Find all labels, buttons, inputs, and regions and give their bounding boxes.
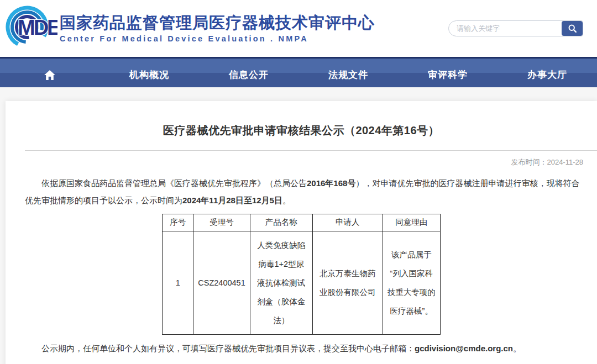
col-header-no: 序号 <box>163 214 193 231</box>
title-divider <box>25 150 597 151</box>
col-header-product-name: 产品名称 <box>250 214 312 231</box>
col-header-applicant: 申请人 <box>312 214 383 231</box>
svg-text:MDE: MDE <box>18 16 57 39</box>
cell-applicant: 北京万泰生物药业股份有限公司 <box>312 231 383 334</box>
site-subtitle: Center For Medical Device Evaluation . N… <box>60 34 375 43</box>
cmde-logo: MDE <box>4 4 57 52</box>
table-row: 1 CSZ2400451 人类免疫缺陷病毒1+2型尿液抗体检测试剂盒（胶体金法）… <box>163 231 440 334</box>
notice-paragraph: 依据原国家食品药品监督管理总局《医疗器械优先审批程序》（总局公告2016年168… <box>19 175 583 209</box>
closing-paragraph: 公示期内，任何单位和个人如有异议，可填写医疗器械优先审批项目异议表，提交至我中心… <box>19 340 583 357</box>
publish-time: 发布时间：2024-11-28 <box>19 157 583 167</box>
cell-approval-reason: 该产品属于“列入国家科技重大专项的医疗器械”。 <box>383 231 440 334</box>
home-icon <box>44 70 56 81</box>
para2-seg: 。 <box>513 344 521 353</box>
publish-time-label: 发布时间： <box>511 158 547 166</box>
site-header: MDE 国家药品监督管理局医疗器械技术审评中心 Center For Medic… <box>0 0 597 57</box>
para2-seg: 公示期内，任何单位和个人如有异议，可填写医疗器械优先审批项目异议表，提交至我中心… <box>41 344 415 353</box>
col-header-acceptance-no: 受理号 <box>193 214 250 231</box>
site-brand: 国家药品监督管理局医疗器械技术审评中心 Center For Medical D… <box>60 14 375 43</box>
contact-email: gcdivision@cmde.org.cn <box>415 344 513 353</box>
main-nav: 机构概况 信息公开 法规文件 审评科学 办事大厅 <box>0 57 597 87</box>
cell-acceptance-no: CSZ2400451 <box>193 231 250 334</box>
para1-announcement-no: 2016年168号 <box>307 178 355 188</box>
search-box <box>448 20 583 36</box>
para1-publicity-period: 2024年11月28日至12月5日 <box>182 196 282 205</box>
cmde-logo-icon: MDE <box>4 4 57 50</box>
page-title: 医疗器械优先审批申请审核结果公示（2024年第16号） <box>19 123 583 138</box>
cell-no: 1 <box>163 231 193 334</box>
search-input[interactable] <box>449 21 562 36</box>
search-button[interactable] <box>562 21 583 36</box>
site-title: 国家药品监督管理局医疗器械技术审评中心 <box>60 14 375 32</box>
col-header-approval-reason: 同意理由 <box>383 214 440 231</box>
para1-seg: 依据原国家食品药品监督管理总局《医疗器械优先审批程序》（总局公告 <box>41 178 307 188</box>
nav-item-home[interactable] <box>0 59 100 87</box>
nav-item-disclosure[interactable]: 信息公开 <box>199 59 298 87</box>
nav-item-overview[interactable]: 机构概况 <box>100 59 199 87</box>
results-table: 序号 受理号 产品名称 申请人 同意理由 1 CSZ2400451 人类免疫缺陷… <box>162 214 440 335</box>
nav-item-regulations[interactable]: 法规文件 <box>298 59 398 87</box>
content-card: 医疗器械优先审批申请审核结果公示（2024年第16号） 发布时间：2024-11… <box>6 101 597 364</box>
table-header-row: 序号 受理号 产品名称 申请人 同意理由 <box>163 214 440 231</box>
nav-item-review-science[interactable]: 审评科学 <box>398 59 498 87</box>
para1-seg: 。 <box>282 196 291 205</box>
search-icon <box>568 24 577 33</box>
cell-product-name: 人类免疫缺陷病毒1+2型尿液抗体检测试剂盒（胶体金法） <box>250 231 312 334</box>
nav-item-service-hall[interactable]: 办事大厅 <box>498 59 597 87</box>
publish-time-value: 2024-11-28 <box>547 158 583 166</box>
